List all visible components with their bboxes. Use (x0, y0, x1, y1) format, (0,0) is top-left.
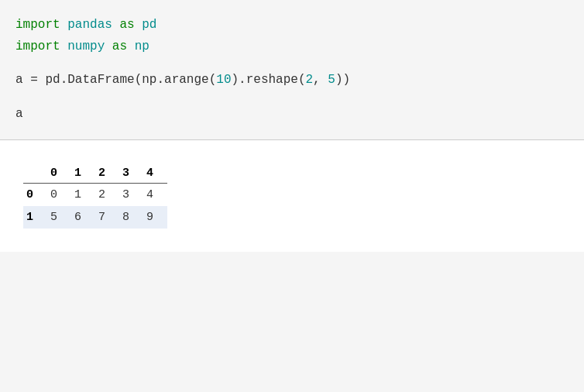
cell-1-4: 9 (143, 206, 167, 229)
dataframe-table: 0 1 2 3 4 0 0 1 2 3 4 1 5 6 7 8 9 (23, 162, 167, 229)
cell-1-3: 8 (119, 206, 143, 229)
col-header-0: 0 (47, 162, 71, 184)
alias-np: np (135, 40, 149, 53)
cell-1-1: 6 (71, 206, 95, 229)
code-line-1: import pandas as pd (15, 15, 569, 36)
lib-numpy: numpy (67, 40, 105, 53)
var-a: a (15, 73, 23, 87)
keyword-as1: as (119, 18, 134, 32)
col-header-2: 2 (95, 162, 119, 184)
cell-0-2: 2 (95, 184, 119, 207)
alias-pd: pd (142, 18, 156, 32)
cell-0-0: 0 (47, 184, 71, 207)
row-index-1: 1 (23, 206, 47, 229)
cell-0-1: 1 (71, 184, 95, 207)
num-10: 10 (216, 73, 231, 87)
col-header-1: 1 (71, 162, 95, 184)
op-equals: = (30, 73, 38, 87)
func-dataframe: pd.DataFrame(np.arange(10).reshape(2, 5)… (45, 73, 350, 87)
num-2: 2 (306, 73, 314, 87)
var-a-ref: a (15, 107, 23, 121)
table-row: 0 0 1 2 3 4 (23, 184, 167, 207)
num-5: 5 (328, 73, 335, 87)
table-row: 1 5 6 7 8 9 (23, 206, 167, 229)
code-line-2: import numpy as np (15, 37, 569, 57)
code-block: import pandas as pd import numpy as np a… (0, 0, 584, 140)
keyword-as2: as (112, 40, 127, 53)
col-header-4: 4 (143, 162, 167, 184)
lib-pandas: pandas (67, 18, 112, 32)
cell-0-3: 3 (119, 184, 143, 207)
col-header-3: 3 (119, 162, 143, 184)
row-index-0: 0 (23, 184, 47, 207)
cell-0-4: 4 (143, 184, 167, 207)
code-line-4: a (15, 105, 569, 125)
code-line-3: a = pd.DataFrame(np.arange(10).reshape(2… (15, 70, 569, 91)
keyword-import1: import (15, 18, 60, 32)
output-block: 0 1 2 3 4 0 0 1 2 3 4 1 5 6 7 8 9 (0, 140, 584, 252)
col-header-index (23, 162, 47, 184)
cell-1-2: 7 (95, 206, 119, 229)
keyword-import2: import (15, 40, 60, 53)
cell-1-0: 5 (47, 206, 71, 229)
table-header-row: 0 1 2 3 4 (23, 162, 167, 184)
